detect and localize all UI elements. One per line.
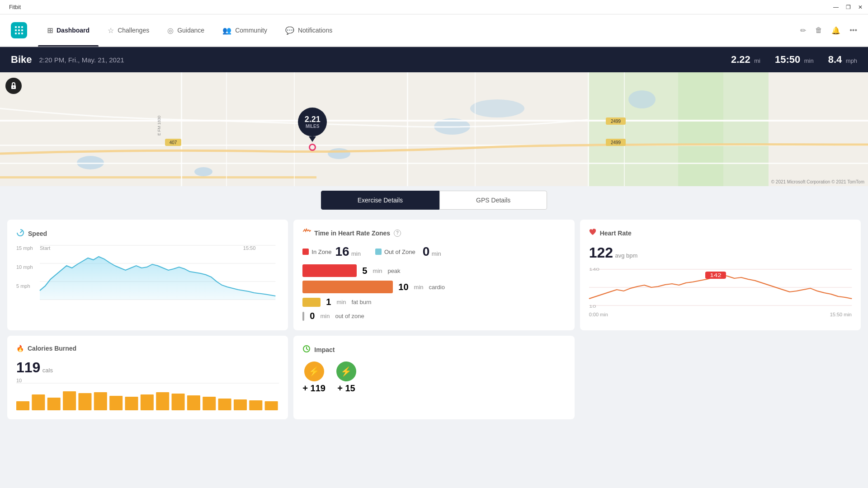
out-zone-dot [375,249,382,255]
stat-speed: 8.4 mph [828,54,857,66]
nav-item-challenges[interactable]: ☆ Challenges [99,14,158,47]
calories-card: 🔥 Calories Burned 119 cals 10 [7,336,288,419]
impact-card: Impact ⚡ + 119 ⚡ + 15 [293,336,574,419]
nav-label-community: Community [235,27,267,34]
svg-rect-23 [226,72,227,186]
svg-rect-2 [21,26,23,28]
svg-text:E FM 1830: E FM 1830 [157,116,161,136]
impact-title: Impact [302,345,565,354]
title-bar: Fitbit — ❐ ✕ [0,0,868,14]
svg-rect-63 [203,397,216,410]
map-pin-bubble: 2.21 MILES [298,108,327,136]
more-options-button[interactable]: ••• [849,26,857,34]
map-container[interactable]: 407 2499 2499 E FM 1830 2.21 MILES [0,72,868,186]
map-pin-pointer [309,136,316,142]
svg-text:142: 142 [710,273,722,278]
activity-stats: 2.22 mi 15:50 min 8.4 mph [731,54,857,66]
tabs-wrapper: Exercise Details GPS Details [0,186,868,214]
svg-rect-25 [407,72,408,186]
map-pin: 2.21 MILES [298,108,327,151]
svg-rect-62 [187,395,200,410]
in-zone-dot [302,249,309,255]
fitbit-logo [11,22,27,38]
svg-rect-60 [156,392,169,410]
svg-rect-55 [78,393,91,410]
svg-rect-20 [0,163,868,164]
nav-label-guidance: Guidance [177,27,204,34]
hr-avg-display: 122 avg bpm [589,244,852,261]
svg-rect-24 [294,72,295,186]
minimize-button[interactable]: — [833,4,839,10]
notification-bell-button[interactable]: 🔔 [831,26,840,35]
nav-item-guidance[interactable]: ◎ Guidance [158,14,213,47]
svg-text:140: 140 [589,267,600,271]
zone-outofzone-bar [302,312,304,321]
hr-icon [589,229,596,237]
hr-x-labels: 0:00 min 15:50 min [589,312,852,317]
hr-zones-title: Time in Heart Rate Zones ? [302,229,565,237]
nav-item-dashboard[interactable]: ⊞ Dashboard [38,14,99,47]
calories-value-display: 119 cals [16,359,279,376]
svg-point-38 [13,87,14,88]
map-lock-button[interactable] [5,78,22,94]
svg-rect-1 [18,26,20,28]
speed-chart-area [40,245,275,300]
svg-text:2499: 2499 [611,119,621,124]
impact-icon-green: ⚡ [336,361,356,381]
hr-card-title: Heart Rate [589,229,852,237]
hr-chart: 140 142 10 [589,265,852,310]
nav-right-actions: ✏ 🗑 🔔 ••• [800,26,857,35]
activity-date: 2:20 PM, Fri., May. 21, 2021 [39,56,731,64]
pin-miles-label: MILES [306,124,320,129]
guidance-icon: ◎ [167,26,174,35]
content-area-row1: Speed 15 mph 10 mph 5 mph [0,214,868,336]
svg-rect-57 [109,396,123,410]
svg-rect-53 [47,398,61,410]
nav-item-community[interactable]: 👥 Community [213,14,276,47]
svg-rect-59 [141,394,154,410]
activity-title: Bike [11,54,32,66]
svg-rect-27 [588,72,589,186]
svg-rect-18 [0,120,868,122]
nav-item-notifications[interactable]: 💬 Notifications [276,14,341,47]
svg-rect-5 [21,29,23,31]
svg-rect-66 [249,400,262,410]
svg-text:2499: 2499 [611,140,621,145]
maximize-button[interactable]: ❐ [846,4,851,10]
zone-cardio-bar [302,281,393,293]
tab-exercise-details[interactable]: Exercise Details [321,191,439,210]
nav-label-dashboard: Dashboard [57,27,90,34]
svg-rect-26 [475,72,476,186]
hr-card: Heart Rate 122 avg bpm 140 142 10 [580,220,861,330]
svg-rect-65 [234,399,247,410]
impact-content: ⚡ + 119 ⚡ + 15 [302,361,565,394]
svg-rect-21 [0,176,316,178]
svg-text:10: 10 [589,304,596,308]
close-button[interactable]: ✕ [858,4,863,10]
hr-zones-icon [302,229,311,237]
zone-outofzone-row: 0 min out of zone [302,311,565,321]
zone-fatburn-row: 1 min fat burn [302,297,565,307]
svg-rect-54 [63,391,76,410]
svg-point-14 [328,148,350,159]
svg-rect-8 [21,33,23,34]
hr-zones-info-icon[interactable]: ? [394,230,401,237]
tab-gps-details[interactable]: GPS Details [439,191,547,210]
zone-cardio-row: 10 min cardio [302,281,565,293]
delete-button[interactable]: 🗑 [815,26,822,34]
map-background: 407 2499 2499 E FM 1830 2.21 MILES [0,72,868,186]
title-bar-controls: — ❐ ✕ [833,4,863,10]
svg-point-17 [628,90,656,108]
nav-bar: ⊞ Dashboard ☆ Challenges ◎ Guidance 👥 Co… [0,14,868,47]
map-pin-dot [309,144,316,151]
stat-distance: 2.22 mi [731,54,760,66]
nav-label-notifications: Notifications [298,27,332,34]
zone-fatburn-bar [302,298,321,307]
calories-title: 🔥 Calories Burned [16,345,279,352]
pin-distance-value: 2.21 [305,115,321,124]
hr-zones-legend: In Zone 16 min Out of Zone 0 min [302,244,565,259]
edit-button[interactable]: ✏ [800,26,806,35]
impact-item-2: ⚡ + 15 [336,361,356,394]
speed-icon [16,229,24,238]
svg-rect-7 [18,33,20,34]
